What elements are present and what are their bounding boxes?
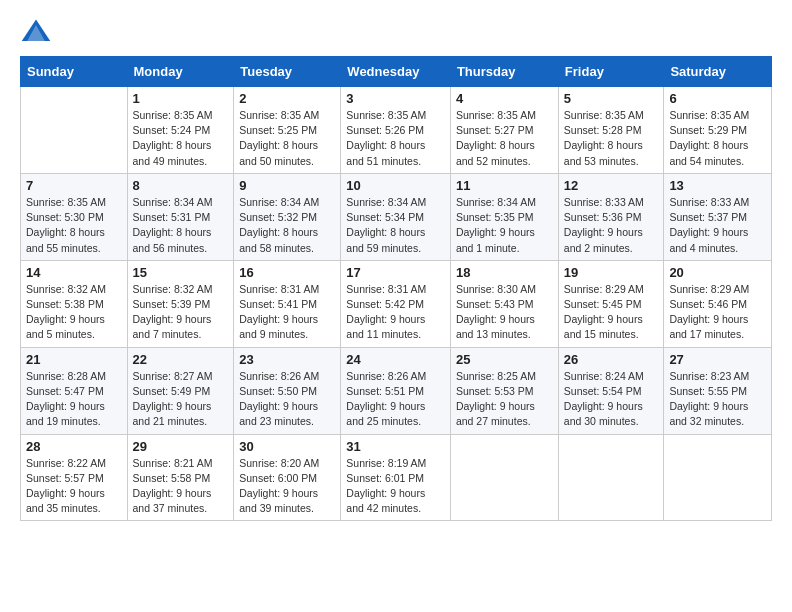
day-info: Sunrise: 8:32 AMSunset: 5:38 PMDaylight:… — [26, 282, 122, 343]
day-cell: 5Sunrise: 8:35 AMSunset: 5:28 PMDaylight… — [558, 87, 664, 174]
week-row-5: 28Sunrise: 8:22 AMSunset: 5:57 PMDayligh… — [21, 434, 772, 521]
day-info: Sunrise: 8:30 AMSunset: 5:43 PMDaylight:… — [456, 282, 553, 343]
day-cell: 18Sunrise: 8:30 AMSunset: 5:43 PMDayligh… — [450, 260, 558, 347]
day-cell: 15Sunrise: 8:32 AMSunset: 5:39 PMDayligh… — [127, 260, 234, 347]
day-cell: 10Sunrise: 8:34 AMSunset: 5:34 PMDayligh… — [341, 173, 451, 260]
day-info: Sunrise: 8:28 AMSunset: 5:47 PMDaylight:… — [26, 369, 122, 430]
day-cell: 22Sunrise: 8:27 AMSunset: 5:49 PMDayligh… — [127, 347, 234, 434]
day-cell: 23Sunrise: 8:26 AMSunset: 5:50 PMDayligh… — [234, 347, 341, 434]
col-header-monday: Monday — [127, 57, 234, 87]
day-number: 2 — [239, 91, 335, 106]
day-number: 23 — [239, 352, 335, 367]
day-number: 3 — [346, 91, 445, 106]
day-info: Sunrise: 8:35 AMSunset: 5:28 PMDaylight:… — [564, 108, 659, 169]
day-info: Sunrise: 8:31 AMSunset: 5:42 PMDaylight:… — [346, 282, 445, 343]
day-number: 29 — [133, 439, 229, 454]
day-cell: 21Sunrise: 8:28 AMSunset: 5:47 PMDayligh… — [21, 347, 128, 434]
day-cell: 29Sunrise: 8:21 AMSunset: 5:58 PMDayligh… — [127, 434, 234, 521]
day-cell — [21, 87, 128, 174]
col-header-friday: Friday — [558, 57, 664, 87]
day-cell: 12Sunrise: 8:33 AMSunset: 5:36 PMDayligh… — [558, 173, 664, 260]
day-cell: 6Sunrise: 8:35 AMSunset: 5:29 PMDaylight… — [664, 87, 772, 174]
day-cell: 16Sunrise: 8:31 AMSunset: 5:41 PMDayligh… — [234, 260, 341, 347]
day-number: 6 — [669, 91, 766, 106]
day-number: 24 — [346, 352, 445, 367]
day-info: Sunrise: 8:35 AMSunset: 5:24 PMDaylight:… — [133, 108, 229, 169]
day-info: Sunrise: 8:26 AMSunset: 5:50 PMDaylight:… — [239, 369, 335, 430]
day-info: Sunrise: 8:29 AMSunset: 5:46 PMDaylight:… — [669, 282, 766, 343]
day-info: Sunrise: 8:25 AMSunset: 5:53 PMDaylight:… — [456, 369, 553, 430]
calendar-table: SundayMondayTuesdayWednesdayThursdayFrid… — [20, 56, 772, 521]
day-info: Sunrise: 8:19 AMSunset: 6:01 PMDaylight:… — [346, 456, 445, 517]
day-info: Sunrise: 8:27 AMSunset: 5:49 PMDaylight:… — [133, 369, 229, 430]
day-cell: 31Sunrise: 8:19 AMSunset: 6:01 PMDayligh… — [341, 434, 451, 521]
week-row-2: 7Sunrise: 8:35 AMSunset: 5:30 PMDaylight… — [21, 173, 772, 260]
day-info: Sunrise: 8:33 AMSunset: 5:36 PMDaylight:… — [564, 195, 659, 256]
day-number: 20 — [669, 265, 766, 280]
day-number: 21 — [26, 352, 122, 367]
day-cell: 26Sunrise: 8:24 AMSunset: 5:54 PMDayligh… — [558, 347, 664, 434]
calendar-header-row: SundayMondayTuesdayWednesdayThursdayFrid… — [21, 57, 772, 87]
day-number: 25 — [456, 352, 553, 367]
logo-icon — [20, 16, 52, 48]
day-info: Sunrise: 8:32 AMSunset: 5:39 PMDaylight:… — [133, 282, 229, 343]
col-header-wednesday: Wednesday — [341, 57, 451, 87]
day-number: 15 — [133, 265, 229, 280]
day-info: Sunrise: 8:35 AMSunset: 5:27 PMDaylight:… — [456, 108, 553, 169]
day-info: Sunrise: 8:33 AMSunset: 5:37 PMDaylight:… — [669, 195, 766, 256]
day-info: Sunrise: 8:34 AMSunset: 5:35 PMDaylight:… — [456, 195, 553, 256]
day-number: 5 — [564, 91, 659, 106]
col-header-sunday: Sunday — [21, 57, 128, 87]
day-number: 26 — [564, 352, 659, 367]
day-info: Sunrise: 8:31 AMSunset: 5:41 PMDaylight:… — [239, 282, 335, 343]
day-number: 9 — [239, 178, 335, 193]
day-number: 17 — [346, 265, 445, 280]
day-cell — [558, 434, 664, 521]
day-info: Sunrise: 8:23 AMSunset: 5:55 PMDaylight:… — [669, 369, 766, 430]
day-cell: 19Sunrise: 8:29 AMSunset: 5:45 PMDayligh… — [558, 260, 664, 347]
day-cell: 25Sunrise: 8:25 AMSunset: 5:53 PMDayligh… — [450, 347, 558, 434]
header — [20, 16, 772, 48]
col-header-saturday: Saturday — [664, 57, 772, 87]
day-cell: 28Sunrise: 8:22 AMSunset: 5:57 PMDayligh… — [21, 434, 128, 521]
week-row-1: 1Sunrise: 8:35 AMSunset: 5:24 PMDaylight… — [21, 87, 772, 174]
day-number: 12 — [564, 178, 659, 193]
day-number: 22 — [133, 352, 229, 367]
day-cell: 9Sunrise: 8:34 AMSunset: 5:32 PMDaylight… — [234, 173, 341, 260]
day-number: 13 — [669, 178, 766, 193]
day-number: 19 — [564, 265, 659, 280]
day-number: 14 — [26, 265, 122, 280]
day-cell: 2Sunrise: 8:35 AMSunset: 5:25 PMDaylight… — [234, 87, 341, 174]
day-info: Sunrise: 8:24 AMSunset: 5:54 PMDaylight:… — [564, 369, 659, 430]
week-row-3: 14Sunrise: 8:32 AMSunset: 5:38 PMDayligh… — [21, 260, 772, 347]
day-cell: 20Sunrise: 8:29 AMSunset: 5:46 PMDayligh… — [664, 260, 772, 347]
col-header-tuesday: Tuesday — [234, 57, 341, 87]
week-row-4: 21Sunrise: 8:28 AMSunset: 5:47 PMDayligh… — [21, 347, 772, 434]
day-number: 7 — [26, 178, 122, 193]
day-number: 16 — [239, 265, 335, 280]
day-info: Sunrise: 8:35 AMSunset: 5:30 PMDaylight:… — [26, 195, 122, 256]
day-number: 4 — [456, 91, 553, 106]
day-cell: 4Sunrise: 8:35 AMSunset: 5:27 PMDaylight… — [450, 87, 558, 174]
day-cell — [450, 434, 558, 521]
day-cell — [664, 434, 772, 521]
day-number: 10 — [346, 178, 445, 193]
day-info: Sunrise: 8:34 AMSunset: 5:31 PMDaylight:… — [133, 195, 229, 256]
day-cell: 27Sunrise: 8:23 AMSunset: 5:55 PMDayligh… — [664, 347, 772, 434]
day-info: Sunrise: 8:34 AMSunset: 5:34 PMDaylight:… — [346, 195, 445, 256]
col-header-thursday: Thursday — [450, 57, 558, 87]
day-number: 8 — [133, 178, 229, 193]
day-number: 27 — [669, 352, 766, 367]
day-info: Sunrise: 8:22 AMSunset: 5:57 PMDaylight:… — [26, 456, 122, 517]
day-info: Sunrise: 8:35 AMSunset: 5:25 PMDaylight:… — [239, 108, 335, 169]
day-cell: 3Sunrise: 8:35 AMSunset: 5:26 PMDaylight… — [341, 87, 451, 174]
day-cell: 1Sunrise: 8:35 AMSunset: 5:24 PMDaylight… — [127, 87, 234, 174]
day-info: Sunrise: 8:26 AMSunset: 5:51 PMDaylight:… — [346, 369, 445, 430]
day-number: 18 — [456, 265, 553, 280]
day-info: Sunrise: 8:35 AMSunset: 5:26 PMDaylight:… — [346, 108, 445, 169]
day-number: 28 — [26, 439, 122, 454]
day-cell: 13Sunrise: 8:33 AMSunset: 5:37 PMDayligh… — [664, 173, 772, 260]
day-number: 1 — [133, 91, 229, 106]
day-number: 31 — [346, 439, 445, 454]
page: SundayMondayTuesdayWednesdayThursdayFrid… — [0, 0, 792, 612]
